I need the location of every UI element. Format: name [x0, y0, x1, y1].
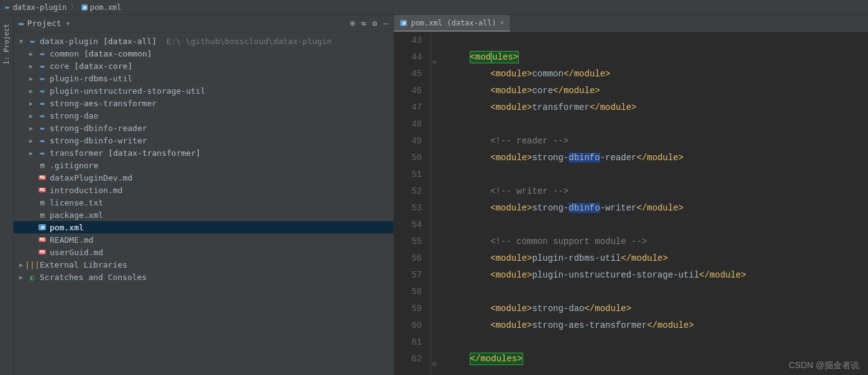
watermark: CSDN @掘金者说 — [788, 360, 859, 371]
editor-tabs: m pom.xml (datax-all) × — [394, 15, 868, 32]
tree-module[interactable]: ▶▬common[datax-common] — [14, 47, 393, 60]
settings-icon[interactable]: ⚙ — [372, 19, 377, 28]
breadcrumb-root[interactable]: datax-plugin — [13, 3, 67, 12]
editor[interactable]: 4344454647484950515253545556575859606162… — [394, 32, 868, 375]
tree-file[interactable]: ▤package.xml — [14, 209, 393, 221]
tree-file[interactable]: MDuserGuid.md — [14, 246, 393, 258]
dropdown-icon[interactable]: ▼ — [66, 20, 70, 27]
fold-toggle[interactable]: ⊟ — [432, 356, 436, 373]
project-toolwin-button[interactable]: 1: Project — [1, 20, 12, 68]
external-libraries[interactable]: ▶|||External Libraries — [14, 258, 393, 271]
tree-module[interactable]: ▶▬core[datax-core] — [14, 60, 393, 72]
panel-title[interactable]: Project — [27, 19, 62, 28]
project-icon: ▬ — [19, 19, 24, 28]
project-tree[interactable]: ▼▬datax-plugin[datax-all] E:\ \github\bo… — [14, 32, 393, 375]
tab-label: pom.xml (datax-all) — [411, 19, 496, 27]
editor-panel: m pom.xml (datax-all) × 4344454647484950… — [394, 15, 868, 375]
tree-module[interactable]: ▶▬strong-dbinfo-reader — [14, 122, 393, 134]
fold-toggle[interactable]: ⊖ — [432, 54, 436, 71]
breadcrumb: ▬ datax-plugin 〉 m pom.xml — [0, 0, 868, 15]
hide-icon[interactable]: — — [383, 19, 388, 28]
tree-file[interactable]: MDintroduction.md — [14, 184, 393, 196]
tree-root[interactable]: ▼▬datax-plugin[datax-all] E:\ \github\bo… — [14, 35, 393, 47]
locate-icon[interactable]: ⊕ — [350, 19, 355, 28]
breadcrumb-separator: 〉 — [70, 2, 78, 12]
scratches[interactable]: ▶◐Scratches and Consoles — [14, 271, 393, 283]
tree-file[interactable]: ▤license.txt — [14, 196, 393, 209]
maven-icon: m — [400, 20, 407, 26]
code-area[interactable]: <modules> <module>common</module> <modul… — [444, 32, 868, 375]
tree-file[interactable]: ▤.gitignore — [14, 159, 393, 171]
project-panel: ▬ Project ▼ ⊕ ⇆ ⚙ — ▼▬datax-plugin[datax… — [14, 15, 394, 375]
tree-module[interactable]: ▶▬strong-dao — [14, 109, 393, 122]
tree-file[interactable]: MDREADME.md — [14, 233, 393, 246]
expand-icon[interactable]: ⇆ — [362, 19, 367, 28]
toolwindow-strip: 1: Project — [0, 15, 14, 375]
tree-module[interactable]: ▶▬plugin-rdbms-util — [14, 72, 393, 84]
tree-file[interactable]: mpom.xml — [14, 221, 393, 233]
editor-tab-pom[interactable]: m pom.xml (datax-all) × — [394, 15, 511, 32]
fold-gutter: ⊖⊟ — [431, 32, 444, 375]
breadcrumb-file[interactable]: pom.xml — [90, 3, 122, 12]
tree-module[interactable]: ▶▬transformer[datax-transformer] — [14, 147, 393, 159]
maven-icon: m — [81, 4, 87, 11]
tree-file[interactable]: MDdataxPluginDev.md — [14, 171, 393, 184]
folder-icon: ▬ — [5, 3, 9, 11]
tree-module[interactable]: ▶▬plugin-unstructured-storage-util — [14, 84, 393, 97]
panel-header: ▬ Project ▼ ⊕ ⇆ ⚙ — — [14, 15, 393, 32]
tree-module[interactable]: ▶▬strong-aes-transformer — [14, 97, 393, 109]
line-gutter: 4344454647484950515253545556575859606162 — [394, 32, 431, 375]
tree-module[interactable]: ▶▬strong-dbinfo-writer — [14, 134, 393, 147]
close-icon[interactable]: × — [500, 19, 505, 27]
